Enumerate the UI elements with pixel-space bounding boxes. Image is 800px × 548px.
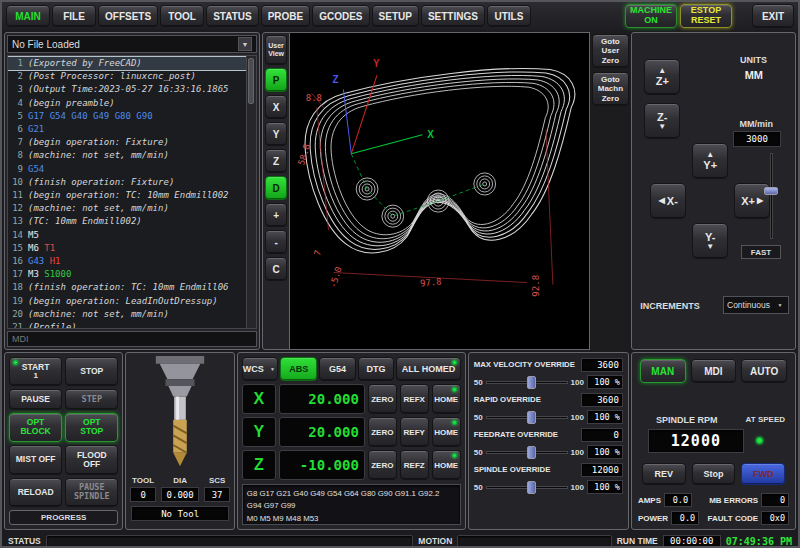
home-x-button[interactable]: HOME bbox=[432, 384, 461, 414]
view-btn-y[interactable]: Y bbox=[265, 122, 287, 146]
dtg-button[interactable]: DTG bbox=[358, 357, 395, 381]
slider-handle[interactable] bbox=[764, 187, 778, 195]
man-mode-button[interactable]: MAN bbox=[640, 359, 686, 383]
g54-button[interactable]: G54 bbox=[319, 357, 356, 381]
home-z-button[interactable]: HOME bbox=[432, 450, 461, 480]
menu-main[interactable]: MAIN bbox=[6, 5, 50, 27]
ref-z-button[interactable]: REFZ bbox=[400, 450, 429, 480]
slider-handle[interactable] bbox=[527, 446, 536, 459]
gcode-line[interactable]: 3(Output Time:2023-05-27 16:33:16.1865 bbox=[8, 83, 246, 96]
override-slider[interactable] bbox=[486, 480, 568, 495]
cycle-btn-step[interactable]: STEP bbox=[65, 389, 118, 410]
cycle-btn-start[interactable]: START1 bbox=[9, 357, 62, 386]
increments-select[interactable]: Continuous bbox=[723, 296, 789, 314]
gcode-line[interactable]: 10(finish operation: Fixture) bbox=[8, 176, 246, 189]
gcode-listing[interactable]: 1(Exported by FreeCAD)2(Post Processor: … bbox=[7, 55, 247, 329]
cycle-btn-pause-spindle[interactable]: PAUSE SPINDLE bbox=[65, 478, 118, 508]
jog-x-minus-button[interactable]: X- bbox=[650, 183, 686, 219]
gcode-line[interactable]: 21(Profile) bbox=[8, 321, 246, 329]
cycle-btn-opt-block[interactable]: OPT BLOCK bbox=[9, 413, 62, 442]
jog-z-plus-button[interactable]: Z+ bbox=[644, 59, 680, 95]
gcode-line[interactable]: 13(TC: 10mm Endmill002) bbox=[8, 215, 246, 228]
gcode-line[interactable]: 20(machine: not set, mm/min) bbox=[8, 308, 246, 321]
gcode-line[interactable]: 7(begin operation: Fixture) bbox=[8, 136, 246, 149]
all-homed-button[interactable]: ALL HOMED bbox=[396, 357, 460, 381]
menu-setup[interactable]: SETUP bbox=[372, 5, 419, 27]
ref-x-button[interactable]: REFX bbox=[400, 384, 429, 414]
goto-user-zero-button[interactable]: Goto User Zero bbox=[592, 34, 630, 68]
gcode-line[interactable]: 16G43 H1 bbox=[8, 255, 246, 268]
zero-y-button[interactable]: ZERO bbox=[368, 417, 397, 447]
view-btn-x[interactable]: X bbox=[265, 95, 287, 119]
override-slider[interactable] bbox=[486, 410, 568, 425]
gcode-line[interactable]: 14M5 bbox=[8, 229, 246, 242]
cycle-btn-opt-stop[interactable]: OPT STOP bbox=[65, 413, 118, 442]
gcode-line[interactable]: 18(finish operation: TC: 10mm Endmill06 bbox=[8, 281, 246, 294]
gcode-line[interactable]: 19(begin operation: LeadInOutDressup) bbox=[8, 295, 246, 308]
jog-y-plus-button[interactable]: Y+ bbox=[692, 143, 728, 179]
gcode-line[interactable]: 1(Exported by FreeCAD) bbox=[8, 57, 246, 70]
jog-z-minus-button[interactable]: Z- bbox=[644, 103, 680, 139]
dropdown-arrow-icon[interactable] bbox=[238, 37, 252, 51]
home-y-button[interactable]: HOME bbox=[432, 417, 461, 447]
zero-x-button[interactable]: ZERO bbox=[368, 384, 397, 414]
menu-probe[interactable]: PROBE bbox=[261, 5, 311, 27]
gcode-line[interactable]: 12(machine: not set, mm/min) bbox=[8, 202, 246, 215]
menu-status[interactable]: STATUS bbox=[206, 5, 259, 27]
axis-letter-y[interactable]: Y bbox=[242, 417, 276, 447]
auto-mode-button[interactable]: AUTO bbox=[741, 359, 787, 383]
menu-tool[interactable]: TOOL bbox=[160, 5, 204, 27]
exit-button[interactable]: EXIT bbox=[752, 4, 794, 28]
jog-rate-slider[interactable] bbox=[765, 153, 777, 239]
view-btn-user-view[interactable]: User View bbox=[265, 35, 287, 65]
spindle-stop-button[interactable]: Stop bbox=[692, 463, 736, 485]
menu-settings[interactable]: SETTINGS bbox=[421, 5, 485, 27]
override-slider[interactable] bbox=[486, 445, 568, 460]
abs-button[interactable]: ABS bbox=[280, 357, 317, 381]
gcode-line[interactable]: 11(begin operation: TC: 10mm Endmill002 bbox=[8, 189, 246, 202]
scrollbar-thumb[interactable] bbox=[248, 58, 254, 104]
goto-machine-zero-button[interactable]: Goto Machn Zero bbox=[592, 72, 630, 106]
estop-reset-button[interactable]: ESTOP RESET bbox=[680, 4, 732, 28]
file-selector[interactable]: No File Loaded bbox=[7, 35, 257, 53]
cycle-btn-reload[interactable]: RELOAD bbox=[9, 478, 62, 508]
cycle-btn-mist-off[interactable]: MIST OFF bbox=[9, 445, 62, 475]
view-btn--[interactable]: - bbox=[265, 230, 287, 254]
gcode-line[interactable]: 8(machine: not set, mm/min) bbox=[8, 149, 246, 162]
gcode-line[interactable]: 2(Post Processor: linuxcnc_post) bbox=[8, 70, 246, 83]
override-slider[interactable] bbox=[486, 375, 568, 390]
cycle-btn-pause[interactable]: PAUSE bbox=[9, 389, 62, 410]
menu-offsets[interactable]: OFFSETS bbox=[98, 5, 158, 27]
machine-on-button[interactable]: MACHINE ON bbox=[625, 4, 677, 28]
gcode-line[interactable]: 15M6 T1 bbox=[8, 242, 246, 255]
slider-handle[interactable] bbox=[527, 376, 536, 389]
zero-z-button[interactable]: ZERO bbox=[368, 450, 397, 480]
gcode-line[interactable]: 5G17 G54 G40 G49 G80 G90 bbox=[8, 110, 246, 123]
view-btn-c[interactable]: C bbox=[265, 257, 287, 281]
slider-handle[interactable] bbox=[527, 411, 536, 424]
view-btn-d[interactable]: D bbox=[265, 176, 287, 200]
spindle-fwd-button[interactable]: FWD bbox=[741, 463, 785, 485]
cycle-btn-flood-off[interactable]: FLOOD OFF bbox=[65, 445, 118, 475]
mdi-mode-button[interactable]: MDI bbox=[691, 359, 737, 383]
slider-handle[interactable] bbox=[527, 481, 536, 494]
spindle-rev-button[interactable]: REV bbox=[642, 463, 686, 485]
wcs-button[interactable]: WCS bbox=[242, 357, 279, 381]
menu-gcodes[interactable]: GCODES bbox=[312, 5, 369, 27]
mdi-input[interactable] bbox=[7, 331, 257, 347]
view-btn-z[interactable]: Z bbox=[265, 149, 287, 173]
gremlin-preview[interactable]: X Y Z 8.8 58.8 7 -5.0 bbox=[290, 32, 589, 350]
gcode-line[interactable]: 6G21 bbox=[8, 123, 246, 136]
gcode-scrollbar[interactable] bbox=[247, 55, 257, 329]
axis-letter-x[interactable]: X bbox=[242, 384, 276, 414]
view-btn-p[interactable]: P bbox=[265, 68, 287, 92]
axis-letter-z[interactable]: Z bbox=[242, 450, 276, 480]
menu-file[interactable]: FILE bbox=[52, 5, 96, 27]
cycle-btn-stop[interactable]: STOP bbox=[65, 357, 118, 386]
gcode-line[interactable]: 4(begin preamble) bbox=[8, 97, 246, 110]
menu-utils[interactable]: UTILS bbox=[487, 5, 531, 27]
jog-y-minus-button[interactable]: Y- bbox=[692, 223, 728, 259]
gcode-line[interactable]: 9G54 bbox=[8, 163, 246, 176]
ref-y-button[interactable]: REFY bbox=[400, 417, 429, 447]
view-btn-+[interactable]: + bbox=[265, 203, 287, 227]
